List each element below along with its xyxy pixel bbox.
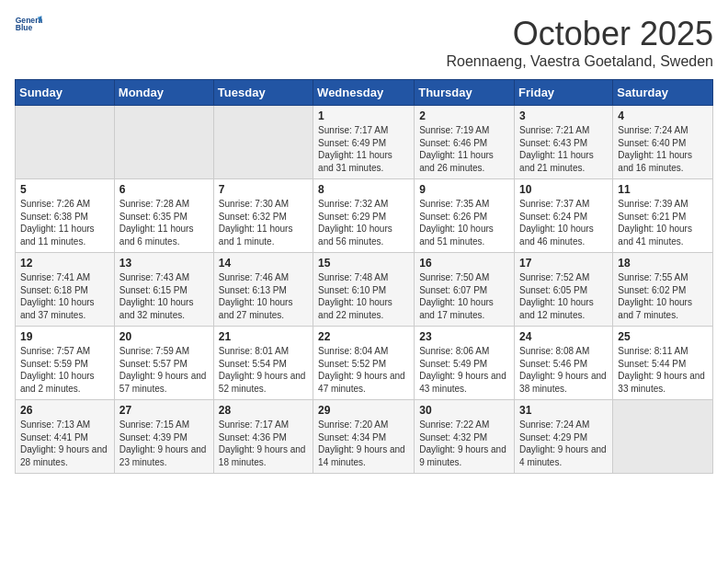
cell-content: Sunrise: 7:32 AM Sunset: 6:29 PM Dayligh… [318, 198, 409, 247]
day-header-saturday: Saturday [613, 80, 713, 106]
day-number: 23 [419, 330, 509, 343]
cell-content: Sunrise: 7:20 AM Sunset: 4:34 PM Dayligh… [318, 419, 409, 468]
day-header-thursday: Thursday [415, 80, 515, 106]
cell-content: Sunrise: 7:48 AM Sunset: 6:10 PM Dayligh… [318, 271, 409, 321]
calendar-cell [114, 106, 213, 179]
day-number: 20 [119, 330, 209, 343]
day-number: 31 [519, 404, 608, 417]
cell-content: Sunrise: 7:17 AM Sunset: 4:36 PM Dayligh… [219, 419, 308, 468]
calendar-cell: 27Sunrise: 7:15 AM Sunset: 4:39 PM Dayli… [114, 400, 213, 474]
calendar-cell: 8Sunrise: 7:32 AM Sunset: 6:29 PM Daylig… [313, 179, 415, 253]
day-number: 26 [20, 404, 109, 417]
calendar-cell: 28Sunrise: 7:17 AM Sunset: 4:36 PM Dayli… [213, 400, 313, 474]
cell-content: Sunrise: 7:24 AM Sunset: 4:29 PM Dayligh… [519, 419, 608, 468]
day-header-tuesday: Tuesday [213, 80, 313, 106]
day-number: 29 [318, 404, 409, 417]
day-header-monday: Monday [114, 80, 213, 106]
calendar-cell: 11Sunrise: 7:39 AM Sunset: 6:21 PM Dayli… [613, 179, 713, 253]
day-header-wednesday: Wednesday [313, 80, 415, 106]
day-header-friday: Friday [515, 80, 613, 106]
calendar-cell: 2Sunrise: 7:19 AM Sunset: 6:46 PM Daylig… [415, 106, 515, 179]
cell-content: Sunrise: 8:01 AM Sunset: 5:54 PM Dayligh… [219, 345, 308, 395]
calendar-cell: 6Sunrise: 7:28 AM Sunset: 6:35 PM Daylig… [114, 179, 213, 253]
day-number: 15 [318, 257, 409, 270]
day-number: 28 [219, 404, 308, 417]
calendar-cell: 25Sunrise: 8:11 AM Sunset: 5:44 PM Dayli… [613, 327, 713, 400]
calendar-cell: 29Sunrise: 7:20 AM Sunset: 4:34 PM Dayli… [313, 400, 415, 474]
calendar-cell: 16Sunrise: 7:50 AM Sunset: 6:07 PM Dayli… [415, 253, 515, 327]
day-number: 6 [119, 183, 209, 196]
week-row-1: 1Sunrise: 7:17 AM Sunset: 6:49 PM Daylig… [16, 106, 713, 179]
calendar-cell: 10Sunrise: 7:37 AM Sunset: 6:24 PM Dayli… [515, 179, 613, 253]
cell-content: Sunrise: 7:43 AM Sunset: 6:15 PM Dayligh… [119, 271, 209, 321]
day-number: 22 [318, 330, 409, 343]
day-number: 9 [419, 183, 509, 196]
svg-text:Blue: Blue [16, 23, 33, 32]
week-row-4: 19Sunrise: 7:57 AM Sunset: 5:59 PM Dayli… [16, 327, 713, 400]
week-row-3: 12Sunrise: 7:41 AM Sunset: 6:18 PM Dayli… [16, 253, 713, 327]
logo: General Blue [15, 15, 42, 33]
day-number: 3 [519, 109, 608, 122]
cell-content: Sunrise: 7:19 AM Sunset: 6:46 PM Dayligh… [419, 124, 509, 174]
calendar-cell: 24Sunrise: 8:08 AM Sunset: 5:46 PM Dayli… [515, 327, 613, 400]
calendar-cell: 18Sunrise: 7:55 AM Sunset: 6:02 PM Dayli… [613, 253, 713, 327]
calendar-cell [613, 400, 713, 474]
calendar-cell [213, 106, 313, 179]
calendar-cell: 15Sunrise: 7:48 AM Sunset: 6:10 PM Dayli… [313, 253, 415, 327]
cell-content: Sunrise: 7:50 AM Sunset: 6:07 PM Dayligh… [419, 271, 509, 321]
calendar-cell: 1Sunrise: 7:17 AM Sunset: 6:49 PM Daylig… [313, 106, 415, 179]
cell-content: Sunrise: 8:06 AM Sunset: 5:49 PM Dayligh… [419, 345, 509, 395]
day-header-sunday: Sunday [16, 80, 115, 106]
cell-content: Sunrise: 7:13 AM Sunset: 4:41 PM Dayligh… [20, 419, 109, 468]
cell-content: Sunrise: 7:30 AM Sunset: 6:32 PM Dayligh… [219, 198, 308, 247]
cell-content: Sunrise: 7:39 AM Sunset: 6:21 PM Dayligh… [618, 198, 708, 247]
day-number: 16 [419, 257, 509, 270]
cell-content: Sunrise: 7:57 AM Sunset: 5:59 PM Dayligh… [20, 345, 109, 395]
day-number: 7 [219, 183, 308, 196]
week-row-5: 26Sunrise: 7:13 AM Sunset: 4:41 PM Dayli… [16, 400, 713, 474]
day-number: 10 [519, 183, 608, 196]
calendar-table: SundayMondayTuesdayWednesdayThursdayFrid… [15, 79, 713, 474]
day-number: 1 [318, 109, 409, 122]
calendar-cell: 26Sunrise: 7:13 AM Sunset: 4:41 PM Dayli… [16, 400, 115, 474]
calendar-cell [16, 106, 115, 179]
calendar-cell: 13Sunrise: 7:43 AM Sunset: 6:15 PM Dayli… [114, 253, 213, 327]
cell-content: Sunrise: 7:35 AM Sunset: 6:26 PM Dayligh… [419, 198, 509, 247]
cell-content: Sunrise: 7:46 AM Sunset: 6:13 PM Dayligh… [219, 271, 308, 321]
calendar-cell: 7Sunrise: 7:30 AM Sunset: 6:32 PM Daylig… [213, 179, 313, 253]
calendar-cell: 4Sunrise: 7:24 AM Sunset: 6:40 PM Daylig… [613, 106, 713, 179]
cell-content: Sunrise: 7:55 AM Sunset: 6:02 PM Dayligh… [618, 271, 708, 321]
page-header: General Blue October 2025 Roennaeng, Vae… [15, 15, 713, 70]
day-number: 19 [20, 330, 109, 343]
cell-content: Sunrise: 7:24 AM Sunset: 6:40 PM Dayligh… [618, 124, 708, 174]
calendar-cell: 20Sunrise: 7:59 AM Sunset: 5:57 PM Dayli… [114, 327, 213, 400]
cell-content: Sunrise: 8:11 AM Sunset: 5:44 PM Dayligh… [618, 345, 708, 395]
calendar-cell: 3Sunrise: 7:21 AM Sunset: 6:43 PM Daylig… [515, 106, 613, 179]
day-number: 14 [219, 257, 308, 270]
calendar-cell: 19Sunrise: 7:57 AM Sunset: 5:59 PM Dayli… [16, 327, 115, 400]
cell-content: Sunrise: 7:28 AM Sunset: 6:35 PM Dayligh… [119, 198, 209, 247]
title-area: October 2025 Roennaeng, Vaestra Goetalan… [446, 15, 713, 70]
calendar-cell: 14Sunrise: 7:46 AM Sunset: 6:13 PM Dayli… [213, 253, 313, 327]
day-number: 21 [219, 330, 308, 343]
cell-content: Sunrise: 7:22 AM Sunset: 4:32 PM Dayligh… [419, 419, 509, 468]
day-number: 12 [20, 257, 109, 270]
calendar-cell: 9Sunrise: 7:35 AM Sunset: 6:26 PM Daylig… [415, 179, 515, 253]
day-number: 18 [618, 257, 708, 270]
cell-content: Sunrise: 7:17 AM Sunset: 6:49 PM Dayligh… [318, 124, 409, 174]
day-number: 17 [519, 257, 608, 270]
day-number: 25 [618, 330, 708, 343]
day-number: 30 [419, 404, 509, 417]
cell-content: Sunrise: 8:04 AM Sunset: 5:52 PM Dayligh… [318, 345, 409, 395]
location-title: Roennaeng, Vaestra Goetaland, Sweden [446, 53, 713, 70]
logo-icon: General Blue [15, 15, 42, 33]
week-row-2: 5Sunrise: 7:26 AM Sunset: 6:38 PM Daylig… [16, 179, 713, 253]
cell-content: Sunrise: 7:41 AM Sunset: 6:18 PM Dayligh… [20, 271, 109, 321]
calendar-cell: 31Sunrise: 7:24 AM Sunset: 4:29 PM Dayli… [515, 400, 613, 474]
cell-content: Sunrise: 8:08 AM Sunset: 5:46 PM Dayligh… [519, 345, 608, 395]
day-number: 24 [519, 330, 608, 343]
day-number: 11 [618, 183, 708, 196]
calendar-cell: 21Sunrise: 8:01 AM Sunset: 5:54 PM Dayli… [213, 327, 313, 400]
day-number: 5 [20, 183, 109, 196]
day-number: 8 [318, 183, 409, 196]
